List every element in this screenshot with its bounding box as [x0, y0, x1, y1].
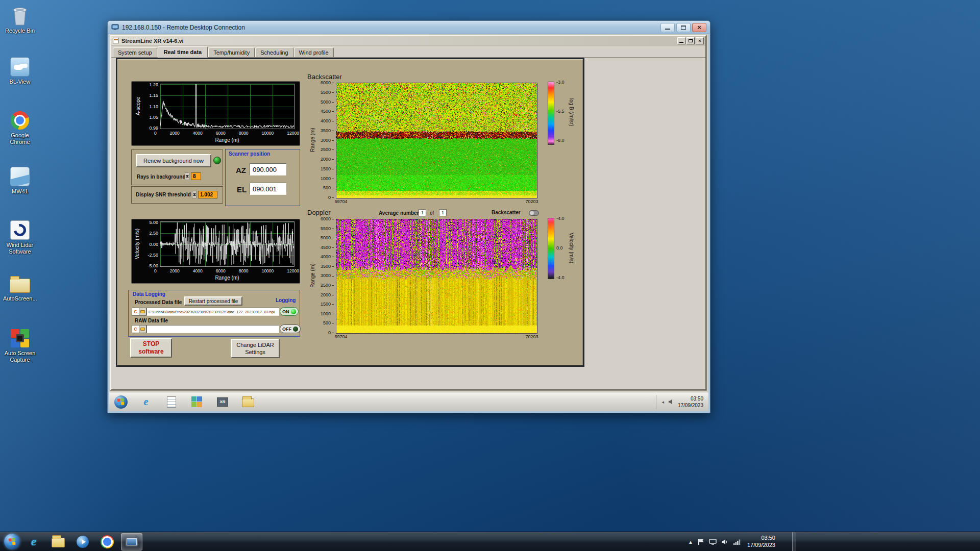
display-icon[interactable] [709, 539, 717, 545]
raw-logging-toggle[interactable]: OFF [280, 324, 301, 333]
app-restore-button[interactable] [687, 37, 695, 44]
desktop-icon-label: Recycle Bin [3, 28, 37, 34]
restart-processed-file-button[interactable]: Restart processed file [184, 296, 242, 306]
ascope-y-axis-label: A-scope [135, 97, 141, 116]
action-center-flag-icon[interactable] [698, 538, 704, 545]
remote-clock[interactable]: 03:50 17/09/2023 [678, 395, 703, 409]
taskbar-item-chrome[interactable] [96, 533, 118, 550]
taskbar-item-media-player[interactable] [72, 533, 93, 550]
remote-taskbar: e XR ◂ 03:50 17/09/2023 [109, 392, 708, 411]
tab-wind-profile[interactable]: Wind profile [294, 47, 334, 57]
change-lidar-settings-button[interactable]: Change LiDAR Settings [231, 339, 280, 358]
app-grid-icon [191, 396, 203, 408]
ascope-plot-area [160, 84, 295, 129]
remote-taskbar-item-notepad[interactable] [164, 395, 179, 409]
doppler-y-axis-label: Range (m) [310, 263, 315, 287]
processed-path-control[interactable]: C C:\LidarA\Data\Proc\2023\202309\202309… [132, 308, 279, 316]
backscatter-display-toggle[interactable] [529, 210, 539, 216]
taskbar-clock[interactable]: 03:50 17/09/2023 [747, 535, 775, 549]
chrome-icon [101, 535, 114, 548]
remote-desktop-icon [126, 537, 138, 546]
start-button[interactable] [4, 534, 20, 549]
backscatter-colorbar [548, 82, 554, 145]
volume-icon[interactable] [668, 398, 674, 405]
on-led-icon [291, 309, 296, 314]
axis-tick: 0 [154, 131, 157, 136]
desktop-icon-google-chrome[interactable]: Google Chrome [3, 109, 37, 145]
axis-tick: 3500 [321, 264, 334, 269]
backscatter-y-axis-label: Range (m) [310, 128, 315, 152]
ie-icon: e [144, 396, 149, 408]
tab-real-time-data[interactable]: Real time data [158, 46, 208, 58]
processed-path-field[interactable]: C:\LidarA\Data\Proc\2023\202309\20230917… [146, 308, 279, 316]
clock-date: 17/09/2023 [747, 542, 775, 549]
axis-tick: 0.00 [149, 242, 158, 247]
app-close-button[interactable]: × [696, 37, 704, 44]
axis-tick: 1.10 [149, 104, 158, 109]
remote-taskbar-item-streamline-xr[interactable]: XR [215, 395, 230, 409]
desktop-icon-wind-lidar-software[interactable]: Wind Lidar Software [3, 218, 37, 255]
document-icon [167, 396, 176, 408]
chevron-up-icon[interactable]: ▲ [688, 539, 693, 545]
axis-tick: 5000 [321, 235, 334, 240]
network-icon[interactable] [733, 539, 741, 545]
doppler-title: Doppler [307, 209, 331, 216]
axis-tick: 4500 [321, 245, 334, 250]
tab-scheduling[interactable]: Scheduling [255, 47, 293, 57]
show-desktop-button[interactable] [792, 532, 796, 551]
el-value-field[interactable]: 090.001 [250, 183, 286, 195]
axis-tick: 0 [328, 330, 334, 335]
raw-path-control[interactable]: C [132, 325, 279, 333]
app-minimize-button[interactable] [677, 37, 685, 44]
remote-start-button[interactable] [114, 395, 128, 409]
renew-background-button[interactable]: Renew background now [136, 154, 211, 167]
tab-temp-humidity[interactable]: Temp/humidity [208, 47, 255, 57]
axis-tick: 1000 [321, 311, 334, 316]
az-value-field[interactable]: 090.000 [250, 163, 286, 176]
axis-tick: 10000 [262, 268, 274, 273]
tab-system-setup[interactable]: System setup [113, 47, 157, 57]
taskbar-item-remote-desktop[interactable] [121, 533, 142, 550]
average-number-field[interactable]: 1 [419, 209, 426, 216]
remote-taskbar-item-folder[interactable] [241, 395, 255, 409]
desktop-icon-auto-screen-capture[interactable]: Auto Screen Capture [3, 327, 37, 363]
bl-view-icon [3, 55, 37, 79]
snr-spinner[interactable] [192, 191, 197, 198]
rdp-close-button[interactable]: × [692, 23, 706, 32]
processed-logging-toggle[interactable]: ON [280, 307, 299, 316]
average-of-field[interactable]: 1 [439, 209, 447, 216]
rdp-minimize-button[interactable] [660, 23, 675, 32]
taskbar-item-explorer[interactable] [47, 533, 69, 550]
rdp-maximize-button[interactable] [676, 23, 691, 32]
rays-spinner[interactable] [185, 172, 189, 180]
axis-tick: 0 [154, 268, 157, 273]
rdp-window-icon [111, 24, 119, 31]
colorbar-tick: 0.0 [556, 245, 563, 251]
rays-in-background-field[interactable]: 8 [191, 172, 201, 180]
volume-icon[interactable] [721, 538, 728, 545]
desktop-icon-autoscreen-folder[interactable]: AutoScreen... [3, 272, 37, 302]
browse-folder-icon[interactable] [139, 308, 146, 316]
background-status-led [213, 157, 221, 164]
remote-taskbar-item-ie[interactable]: e [139, 395, 153, 409]
taskbar-item-ie[interactable]: e [23, 533, 44, 550]
raw-path-field[interactable] [146, 325, 279, 333]
chrome-icon [3, 109, 37, 132]
axis-tick: 8000 [239, 131, 249, 136]
desktop-icon-bl-view[interactable]: BL-View [3, 55, 37, 85]
snr-threshold-field[interactable]: 1.002 [198, 191, 217, 198]
axis-tick: 3000 [321, 273, 334, 278]
desktop-icon-mw41[interactable]: MW41 [3, 165, 37, 195]
desktop-icon-recycle-bin[interactable]: Recycle Bin [3, 4, 37, 34]
desktop-icon-label: AutoScreen... [3, 295, 37, 302]
rdp-window-title: 192.168.0.150 - Remote Desktop Connectio… [122, 24, 245, 31]
el-label: EL [237, 185, 247, 194]
chevron-left-icon[interactable]: ◂ [662, 399, 664, 405]
stop-software-button[interactable]: STOP software [130, 338, 172, 358]
browse-folder-icon[interactable] [139, 325, 146, 333]
remote-taskbar-item-app[interactable] [190, 395, 204, 409]
axis-tick: 1500 [321, 166, 334, 171]
axis-tick: 5500 [321, 90, 334, 95]
backscatter-colorbar-label: log B (/m/sr) [569, 98, 574, 126]
tab-strip: System setup Real time data Temp/humidit… [111, 45, 705, 58]
